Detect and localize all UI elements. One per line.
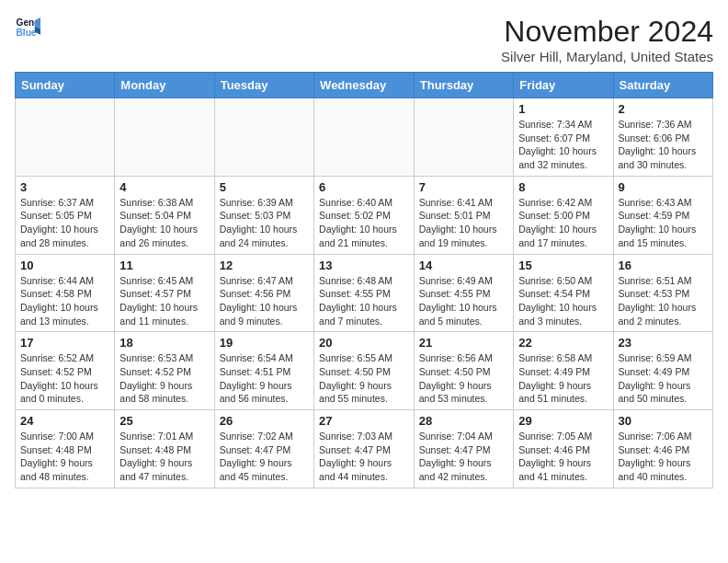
weekday-header-row: SundayMondayTuesdayWednesdayThursdayFrid… xyxy=(16,73,713,98)
calendar-cell: 21Sunrise: 6:56 AMSunset: 4:50 PMDayligh… xyxy=(414,332,513,410)
calendar-cell: 6Sunrise: 6:40 AMSunset: 5:02 PMDaylight… xyxy=(314,176,415,254)
calendar-cell: 11Sunrise: 6:45 AMSunset: 4:57 PMDayligh… xyxy=(115,254,214,332)
weekday-header-wednesday: Wednesday xyxy=(314,73,415,98)
calendar-cell: 24Sunrise: 7:00 AMSunset: 4:48 PMDayligh… xyxy=(16,410,115,488)
day-number: 28 xyxy=(419,414,508,428)
day-number: 4 xyxy=(119,180,209,194)
day-number: 25 xyxy=(119,414,209,428)
calendar-cell: 29Sunrise: 7:05 AMSunset: 4:46 PMDayligh… xyxy=(514,410,613,488)
calendar-cell: 9Sunrise: 6:43 AMSunset: 4:59 PMDaylight… xyxy=(613,176,713,254)
day-number: 2 xyxy=(619,102,709,116)
weekday-header-thursday: Thursday xyxy=(414,73,513,98)
day-number: 18 xyxy=(119,336,209,350)
day-info: Sunrise: 6:53 AMSunset: 4:52 PMDaylight:… xyxy=(119,351,209,406)
day-info: Sunrise: 6:47 AMSunset: 4:56 PMDaylight:… xyxy=(220,274,309,328)
day-info: Sunrise: 6:58 AMSunset: 4:49 PMDaylight:… xyxy=(518,351,608,406)
day-number: 24 xyxy=(20,414,109,428)
calendar-cell: 2Sunrise: 7:36 AMSunset: 6:06 PMDaylight… xyxy=(613,98,713,177)
calendar-cell: 19Sunrise: 6:54 AMSunset: 4:51 PMDayligh… xyxy=(214,332,313,410)
weekday-header-friday: Friday xyxy=(514,73,613,98)
calendar-cell: 18Sunrise: 6:53 AMSunset: 4:52 PMDayligh… xyxy=(115,332,214,410)
calendar-row-1: 3Sunrise: 6:37 AMSunset: 5:05 PMDaylight… xyxy=(16,176,713,254)
calendar-cell: 14Sunrise: 6:49 AMSunset: 4:55 PMDayligh… xyxy=(414,254,513,332)
day-info: Sunrise: 6:40 AMSunset: 5:02 PMDaylight:… xyxy=(319,196,409,250)
day-info: Sunrise: 7:06 AMSunset: 4:46 PMDaylight:… xyxy=(619,430,709,484)
calendar-cell xyxy=(115,98,214,177)
day-number: 27 xyxy=(319,414,409,428)
calendar-cell xyxy=(16,98,115,177)
day-info: Sunrise: 7:04 AMSunset: 4:47 PMDaylight:… xyxy=(419,430,508,484)
day-number: 14 xyxy=(419,259,508,272)
page: General Blue November 2024 Silver Hill, … xyxy=(0,0,728,503)
calendar-cell xyxy=(314,98,415,177)
day-info: Sunrise: 6:39 AMSunset: 5:03 PMDaylight:… xyxy=(220,196,309,250)
day-number: 8 xyxy=(518,180,608,194)
day-number: 6 xyxy=(319,180,409,194)
day-info: Sunrise: 7:00 AMSunset: 4:48 PMDaylight:… xyxy=(20,430,109,484)
day-info: Sunrise: 6:41 AMSunset: 5:01 PMDaylight:… xyxy=(419,196,508,250)
day-number: 11 xyxy=(119,259,209,272)
day-number: 5 xyxy=(220,180,309,194)
day-number: 15 xyxy=(518,259,608,272)
calendar-cell: 27Sunrise: 7:03 AMSunset: 4:47 PMDayligh… xyxy=(314,410,415,488)
logo-area: General Blue xyxy=(15,15,40,40)
weekday-header-sunday: Sunday xyxy=(16,73,115,98)
day-info: Sunrise: 6:50 AMSunset: 4:54 PMDaylight:… xyxy=(518,274,608,328)
day-info: Sunrise: 6:42 AMSunset: 5:00 PMDaylight:… xyxy=(518,196,608,250)
calendar-cell: 8Sunrise: 6:42 AMSunset: 5:00 PMDaylight… xyxy=(514,176,613,254)
day-info: Sunrise: 7:34 AMSunset: 6:07 PMDaylight:… xyxy=(518,118,608,172)
logo-icon: General Blue xyxy=(15,15,40,40)
day-number: 16 xyxy=(619,259,709,272)
calendar-row-4: 24Sunrise: 7:00 AMSunset: 4:48 PMDayligh… xyxy=(16,410,713,488)
day-info: Sunrise: 6:45 AMSunset: 4:57 PMDaylight:… xyxy=(119,274,209,328)
day-info: Sunrise: 7:02 AMSunset: 4:47 PMDaylight:… xyxy=(220,430,309,484)
calendar-cell: 16Sunrise: 6:51 AMSunset: 4:53 PMDayligh… xyxy=(613,254,713,332)
day-number: 1 xyxy=(518,102,608,116)
weekday-header-monday: Monday xyxy=(115,73,214,98)
day-number: 23 xyxy=(619,336,709,350)
calendar-cell xyxy=(214,98,313,177)
day-info: Sunrise: 6:56 AMSunset: 4:50 PMDaylight:… xyxy=(419,351,508,406)
calendar-cell: 26Sunrise: 7:02 AMSunset: 4:47 PMDayligh… xyxy=(214,410,313,488)
day-number: 9 xyxy=(619,180,709,194)
month-title: November 2024 xyxy=(501,15,713,49)
day-info: Sunrise: 6:48 AMSunset: 4:55 PMDaylight:… xyxy=(319,274,409,328)
day-number: 29 xyxy=(518,414,608,428)
day-info: Sunrise: 7:05 AMSunset: 4:46 PMDaylight:… xyxy=(518,430,608,484)
calendar-cell: 17Sunrise: 6:52 AMSunset: 4:52 PMDayligh… xyxy=(16,332,115,410)
day-number: 26 xyxy=(220,414,309,428)
day-info: Sunrise: 6:49 AMSunset: 4:55 PMDaylight:… xyxy=(419,274,508,328)
day-number: 20 xyxy=(319,336,409,350)
day-info: Sunrise: 6:44 AMSunset: 4:58 PMDaylight:… xyxy=(20,274,109,328)
calendar-cell: 12Sunrise: 6:47 AMSunset: 4:56 PMDayligh… xyxy=(214,254,313,332)
day-info: Sunrise: 7:03 AMSunset: 4:47 PMDaylight:… xyxy=(319,430,409,484)
day-number: 10 xyxy=(20,259,109,272)
day-number: 7 xyxy=(419,180,508,194)
title-area: November 2024 Silver Hill, Maryland, Uni… xyxy=(501,15,713,64)
calendar-cell: 25Sunrise: 7:01 AMSunset: 4:48 PMDayligh… xyxy=(115,410,214,488)
day-info: Sunrise: 6:55 AMSunset: 4:50 PMDaylight:… xyxy=(319,351,409,406)
weekday-header-tuesday: Tuesday xyxy=(214,73,313,98)
day-info: Sunrise: 6:37 AMSunset: 5:05 PMDaylight:… xyxy=(20,196,109,250)
day-number: 19 xyxy=(220,336,309,350)
day-info: Sunrise: 6:59 AMSunset: 4:49 PMDaylight:… xyxy=(619,351,709,406)
svg-text:Blue: Blue xyxy=(17,28,37,38)
day-number: 17 xyxy=(20,336,109,350)
calendar-cell: 22Sunrise: 6:58 AMSunset: 4:49 PMDayligh… xyxy=(514,332,613,410)
day-number: 30 xyxy=(619,414,709,428)
calendar-cell: 20Sunrise: 6:55 AMSunset: 4:50 PMDayligh… xyxy=(314,332,415,410)
calendar-cell: 13Sunrise: 6:48 AMSunset: 4:55 PMDayligh… xyxy=(314,254,415,332)
day-number: 13 xyxy=(319,259,409,272)
calendar-cell: 28Sunrise: 7:04 AMSunset: 4:47 PMDayligh… xyxy=(414,410,513,488)
day-number: 12 xyxy=(220,259,309,272)
day-info: Sunrise: 7:36 AMSunset: 6:06 PMDaylight:… xyxy=(619,118,709,172)
day-number: 22 xyxy=(518,336,608,350)
location: Silver Hill, Maryland, United States xyxy=(501,49,713,64)
calendar-cell: 7Sunrise: 6:41 AMSunset: 5:01 PMDaylight… xyxy=(414,176,513,254)
day-info: Sunrise: 7:01 AMSunset: 4:48 PMDaylight:… xyxy=(119,430,209,484)
day-number: 21 xyxy=(419,336,508,350)
day-info: Sunrise: 6:38 AMSunset: 5:04 PMDaylight:… xyxy=(119,196,209,250)
calendar-cell: 4Sunrise: 6:38 AMSunset: 5:04 PMDaylight… xyxy=(115,176,214,254)
calendar-cell: 3Sunrise: 6:37 AMSunset: 5:05 PMDaylight… xyxy=(16,176,115,254)
header: General Blue November 2024 Silver Hill, … xyxy=(15,15,713,64)
